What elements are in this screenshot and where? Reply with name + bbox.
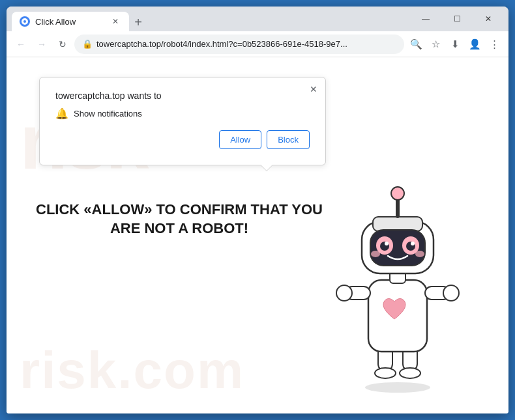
profile-icon[interactable]: 👤 xyxy=(465,35,484,53)
svg-point-22 xyxy=(371,251,380,257)
toolbar-icons: 🔍 ☆ ⬇ 👤 ⋮ xyxy=(407,35,503,53)
svg-point-21 xyxy=(411,242,415,245)
cta-text: CLICK «ALLOW» TO CONFIRM THAT YOU ARE NO… xyxy=(33,201,326,238)
popup-title: towercaptcha.top wants to xyxy=(55,91,310,101)
url-text: towercaptcha.top/robot4/index.html?c=0b5… xyxy=(96,39,396,49)
notification-bubble: ✕ towercaptcha.top wants to 🔔 Show notif… xyxy=(39,77,326,165)
allow-button[interactable]: Allow xyxy=(219,130,261,149)
svg-point-3 xyxy=(375,368,396,378)
address-box[interactable]: 🔒 towercaptcha.top/robot4/index.html?c=0… xyxy=(74,35,404,54)
notification-row: 🔔 Show notifications xyxy=(55,107,310,120)
forward-button[interactable]: → xyxy=(33,35,51,53)
back-button[interactable]: ← xyxy=(12,35,30,53)
title-bar: Click Allow ✕ + — ☐ ✕ xyxy=(7,7,508,31)
svg-point-9 xyxy=(443,285,459,301)
svg-point-14 xyxy=(391,187,404,200)
svg-point-4 xyxy=(400,368,420,378)
tab-title: Click Allow xyxy=(35,17,76,27)
address-bar-row: ← → ↻ 🔒 towercaptcha.top/robot4/index.ht… xyxy=(7,31,508,57)
tab-favicon xyxy=(20,16,30,27)
svg-point-8 xyxy=(336,285,352,301)
menu-icon[interactable]: ⋮ xyxy=(485,35,503,53)
lock-icon: 🔒 xyxy=(82,39,93,49)
webpage: risk risk.com ✕ towercaptcha.top wants t… xyxy=(7,57,508,413)
maximize-button[interactable]: ☐ xyxy=(442,8,472,29)
notification-popup: ✕ towercaptcha.top wants to 🔔 Show notif… xyxy=(39,77,326,165)
svg-point-20 xyxy=(385,242,389,245)
tab-close-button[interactable]: ✕ xyxy=(110,16,121,27)
browser-window: Click Allow ✕ + — ☐ ✕ ← → ↻ 🔒 towercaptc… xyxy=(7,7,508,413)
reload-button[interactable]: ↻ xyxy=(53,35,72,53)
watermark-bottom: risk.com xyxy=(20,341,244,400)
active-tab[interactable]: Click Allow ✕ xyxy=(12,12,129,31)
close-button[interactable]: ✕ xyxy=(473,8,503,29)
popup-close-button[interactable]: ✕ xyxy=(307,83,320,96)
bookmark-icon[interactable]: ☆ xyxy=(426,35,445,53)
popup-buttons: Allow Block xyxy=(55,130,310,149)
window-controls: — ☐ ✕ xyxy=(411,8,503,29)
svg-rect-12 xyxy=(373,217,422,231)
search-icon[interactable]: 🔍 xyxy=(407,35,425,53)
bell-icon: 🔔 xyxy=(55,107,68,120)
minimize-button[interactable]: — xyxy=(411,8,441,29)
new-tab-button[interactable]: + xyxy=(129,13,147,31)
robot-illustration xyxy=(326,173,495,407)
block-button[interactable]: Block xyxy=(267,130,310,149)
svg-point-0 xyxy=(365,382,430,393)
tab-strip: Click Allow ✕ + xyxy=(12,7,403,31)
download-icon[interactable]: ⬇ xyxy=(446,35,464,53)
svg-point-23 xyxy=(415,251,424,257)
notification-text: Show notifications xyxy=(74,109,142,119)
